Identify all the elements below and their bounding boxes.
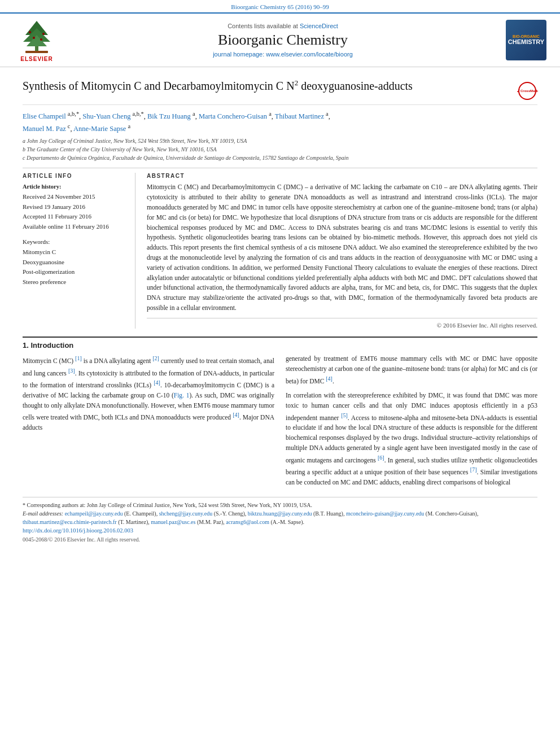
article-title-section: Synthesis of Mitomycin C and Decarbamoyl… xyxy=(23,73,537,105)
revised-date: Revised 19 January 2016 xyxy=(23,202,128,212)
doi-link[interactable]: http://dx.doi.org/10.1016/j.bioorg.2016.… xyxy=(23,527,133,534)
ref-1: [1] xyxy=(75,355,82,361)
history-label: Article history: xyxy=(23,182,128,192)
ref-2: [2] xyxy=(152,355,159,361)
article-info-header: ARTICLE INFO xyxy=(23,173,128,179)
intro-p1: Mitomycin C (MC) [1] is a DNA alkylating… xyxy=(23,354,274,433)
sciencedirect-line: Contents lists available at ScienceDirec… xyxy=(68,23,498,29)
affiliation-a: a John Jay College of Criminal Justice, … xyxy=(23,137,537,145)
abstract-header: ABSTRACT xyxy=(147,173,537,179)
crossmark-icon: ✓CrossMark xyxy=(518,82,536,100)
ref-6: [6] xyxy=(378,455,384,461)
affiliation-b: b The Graduate Center of the City Univer… xyxy=(23,145,537,154)
ref-4a: [4] xyxy=(154,379,160,386)
fig-1-ref: Fig. 1 xyxy=(174,392,190,399)
ref-3: [3] xyxy=(68,368,75,374)
author-huang: Bik Tzu Huang xyxy=(147,112,191,120)
intro-right-col: generated by treatment of EMT6 mouse mam… xyxy=(286,354,537,492)
abstract-paragraph: Mitomycin C (MC) and Decarbamoylmitomyci… xyxy=(147,182,537,313)
intro-col2-p2: In correlation with the stereopreference… xyxy=(286,391,537,488)
section-title: 1. Introduction xyxy=(23,341,537,350)
author-paz: Manuel M. Paz xyxy=(23,125,66,133)
ref-4b: [4] xyxy=(233,412,239,418)
article-history: Article history: Received 24 November 20… xyxy=(23,182,128,231)
svg-rect-1 xyxy=(25,51,48,53)
author-champeil: Elise Champeil xyxy=(23,112,66,120)
journal-reference: Bioorganic Chemistry 65 (2016) 90–99 xyxy=(0,0,560,12)
journal-ref-text: Bioorganic Chemistry 65 (2016) 90–99 xyxy=(231,3,329,10)
keyword-1: Mitomycin C xyxy=(23,247,128,257)
section-title-text: Introduction xyxy=(30,341,73,350)
keywords-label: Keywords: xyxy=(23,237,128,247)
introduction-section: 1. Introduction Mitomycin C (MC) [1] is … xyxy=(23,337,537,492)
homepage-link[interactable]: journal homepage: www.elsevier.com/locat… xyxy=(213,51,353,58)
email-sapse[interactable]: acransg6@aol.com xyxy=(226,519,269,525)
issn-line: 0045-2068/© 2016 Elsevier Inc. All right… xyxy=(23,535,537,544)
ref-4c: [4] xyxy=(326,375,333,382)
main-content: Synthesis of Mitomycin C and Decarbamoyl… xyxy=(0,67,560,549)
received-date: Received 24 November 2015 xyxy=(23,192,128,202)
journal-homepage: journal homepage: www.elsevier.com/locat… xyxy=(68,51,498,58)
email-cheng[interactable]: shcheng@jjay.cuny.edu xyxy=(159,510,213,517)
accepted-date: Accepted 11 February 2016 xyxy=(23,212,128,222)
bio-organic-badge: BIO-ORGANIC CHEMISTRY xyxy=(506,20,546,60)
journal-badge: BIO-ORGANIC CHEMISTRY xyxy=(504,20,549,60)
keywords-block: Keywords: Mitomycin C Deoxyguanosine Pos… xyxy=(23,237,128,287)
doi-line: http://dx.doi.org/10.1016/j.bioorg.2016.… xyxy=(23,526,537,535)
ref-7: [7] xyxy=(470,466,477,473)
online-date: Available online 11 February 2016 xyxy=(23,222,128,232)
article-info-abstract: ARTICLE INFO Article history: Received 2… xyxy=(23,168,537,329)
elsevier-logo: ELSEVIER xyxy=(11,18,62,62)
email-line: E-mail addresses: echampeil@jjay.cuny.ed… xyxy=(23,509,537,526)
author-martinez: Thibaut Martinez xyxy=(275,112,324,120)
svg-point-7 xyxy=(33,37,35,39)
svg-point-8 xyxy=(40,38,42,41)
author-sapse: Anne-Marie Sapse xyxy=(73,125,126,133)
keyword-3: Post-oligomerization xyxy=(23,267,128,277)
article-title: Synthesis of Mitomycin C and Decarbamoyl… xyxy=(23,78,511,93)
badge-mid-text: CHEMISTRY xyxy=(508,38,544,46)
affiliations-section: a John Jay College of Criminal Justice, … xyxy=(23,137,537,162)
section-number: 1. xyxy=(23,341,29,350)
header-center: Contents lists available at ScienceDirec… xyxy=(68,23,498,58)
journal-title: Bioorganic Chemistry xyxy=(68,32,498,49)
elsevier-label: ELSEVIER xyxy=(20,56,53,62)
email-label: E-mail addresses: xyxy=(23,510,63,517)
intro-text-columns: Mitomycin C (MC) [1] is a DNA alkylating… xyxy=(23,354,537,492)
email-huang[interactable]: biktzu.huang@jjay.cuny.edu xyxy=(248,510,312,517)
email-conchero[interactable]: mconcheiro-guisan@jjay.cuny.edu xyxy=(346,510,424,517)
author-conchero: Marta Conchero-Guisan xyxy=(199,112,267,120)
abstract-column: ABSTRACT Mitomycin C (MC) and Decarbamoy… xyxy=(147,173,537,329)
intro-left-col: Mitomycin C (MC) [1] is a DNA alkylating… xyxy=(23,354,274,492)
author-cheng: Shu-Yuan Cheng xyxy=(82,112,130,120)
article-info-column: ARTICLE INFO Article history: Received 2… xyxy=(23,173,135,329)
footnotes: * Corresponding authors at: John Jay Col… xyxy=(23,497,537,544)
journal-header: ELSEVIER Contents lists available at Sci… xyxy=(0,12,560,67)
corresponding-author-note: * Corresponding authors at: John Jay Col… xyxy=(23,501,537,509)
title-rest: deoxyguanosine-adducts xyxy=(298,80,413,92)
svg-point-6 xyxy=(42,33,45,35)
email-martinez[interactable]: thibaut.martinez@ecu.chimie-paristech.fr xyxy=(23,519,117,525)
intro-col2-p1: generated by treatment of EMT6 mouse mam… xyxy=(286,354,537,386)
affiliation-c: c Departamento de Química Orgánica, Facu… xyxy=(23,154,537,162)
elsevier-tree-icon xyxy=(14,18,59,55)
abstract-text: Mitomycin C (MC) and Decarbamoylmitomyci… xyxy=(147,182,537,313)
sciencedirect-link[interactable]: ScienceDirect xyxy=(300,23,338,29)
crossmark-label: CrossMark xyxy=(520,89,538,93)
email-links[interactable]: echampeil@jjay.cuny.edu xyxy=(65,510,123,517)
ref-5: [5] xyxy=(341,412,348,418)
keyword-4: Stereo preference xyxy=(23,277,128,287)
crossmark-badge[interactable]: ✓CrossMark xyxy=(517,81,537,101)
title-text: Synthesis of Mitomycin C and Decarbamoyl… xyxy=(23,80,295,92)
email-paz[interactable]: manuel.paz@usc.es xyxy=(151,519,195,525)
badge-top-text: BIO-ORGANIC xyxy=(513,34,540,38)
copyright-line: © 2016 Elsevier Inc. All rights reserved… xyxy=(147,318,537,329)
authors-section: Elise Champeil a,b,*, Shu-Yuan Cheng a,b… xyxy=(23,110,537,134)
corresponding-text: * Corresponding authors at: John Jay Col… xyxy=(23,502,312,508)
sciencedirect-prefix: Contents lists available at xyxy=(228,23,298,29)
keyword-2: Deoxyguanosine xyxy=(23,257,128,268)
svg-point-5 xyxy=(29,31,31,33)
